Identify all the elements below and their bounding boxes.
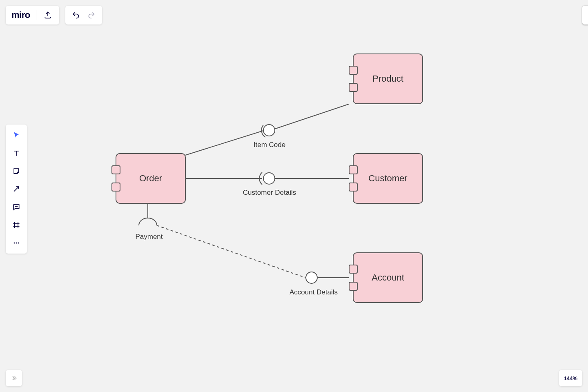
svg-point-16: [18, 243, 19, 244]
connection-label: Account Details: [281, 288, 346, 296]
connection-label: Customer Details: [233, 189, 306, 197]
svg-line-1: [274, 104, 349, 129]
component-port[interactable]: [111, 183, 120, 192]
logo-bar: miro: [6, 6, 59, 24]
interface-ball-customer-details[interactable]: [263, 172, 275, 185]
svg-line-5: [157, 225, 305, 278]
undo-icon[interactable]: [70, 9, 82, 21]
component-product[interactable]: Product: [353, 53, 423, 104]
divider: [36, 10, 36, 20]
component-port[interactable]: [349, 183, 358, 192]
component-port[interactable]: [111, 165, 120, 174]
component-label: Product: [372, 74, 403, 84]
tool-palette: [6, 125, 27, 254]
expand-toolbar-button[interactable]: [6, 370, 22, 386]
component-port[interactable]: [349, 282, 358, 291]
more-tools-icon[interactable]: [6, 237, 27, 249]
undo-redo-bar: [65, 6, 102, 24]
export-icon[interactable]: [42, 9, 53, 21]
interface-ball-item-code[interactable]: [263, 124, 275, 136]
app-logo[interactable]: miro: [11, 10, 30, 20]
component-label: Customer: [368, 173, 407, 184]
interface-ball-account-details[interactable]: [305, 272, 318, 284]
svg-point-15: [16, 243, 17, 244]
zoom-level[interactable]: 144%: [559, 370, 582, 386]
frame-tool-icon[interactable]: [6, 219, 27, 231]
component-label: Account: [372, 272, 404, 283]
component-port[interactable]: [349, 66, 358, 75]
select-tool-icon[interactable]: [6, 129, 27, 141]
component-account[interactable]: Account: [353, 252, 423, 303]
component-port[interactable]: [349, 165, 358, 174]
connection-label: Item Code: [245, 141, 294, 149]
zoom-value: 144%: [564, 375, 577, 381]
component-order[interactable]: Order: [116, 153, 186, 204]
component-port[interactable]: [349, 265, 358, 274]
svg-point-14: [14, 243, 15, 244]
component-label: Order: [139, 173, 162, 184]
component-port[interactable]: [349, 83, 358, 92]
component-customer[interactable]: Customer: [353, 153, 423, 204]
side-panel-button[interactable]: [582, 6, 588, 24]
text-tool-icon[interactable]: [6, 147, 27, 159]
arrow-tool-icon[interactable]: [6, 183, 27, 195]
sticky-note-tool-icon[interactable]: [6, 165, 27, 177]
canvas[interactable]: Order Product Customer Account Item Code…: [0, 0, 588, 392]
connection-label: Payment: [129, 233, 169, 241]
comment-tool-icon[interactable]: [6, 201, 27, 213]
redo-icon[interactable]: [86, 9, 97, 21]
